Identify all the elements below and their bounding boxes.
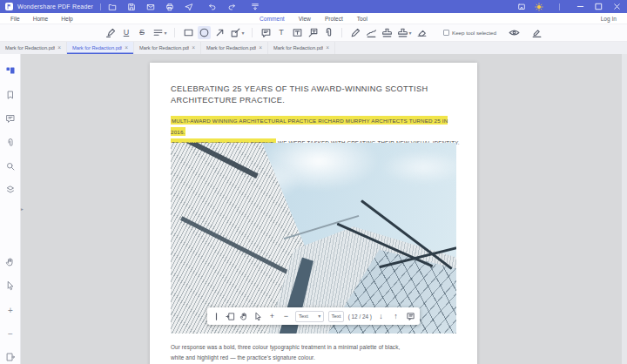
attachment-icon — [323, 27, 334, 38]
tab-close-icon[interactable]: × — [326, 45, 329, 51]
tool-eraser-button[interactable] — [415, 26, 428, 39]
sidebar-item-search[interactable] — [5, 161, 16, 172]
document-tab-1[interactable]: Mark for Redaction.pdf× — [0, 42, 67, 54]
tool-sticky-note-button[interactable] — [260, 26, 273, 39]
tab-label: Mark for Redaction.pdf — [206, 45, 256, 51]
divider — [559, 3, 560, 10]
document-tab-2[interactable]: Mark for Redaction.pdf× — [67, 42, 134, 54]
login-button[interactable]: Log In — [601, 16, 617, 22]
tool-ellipse-button[interactable] — [198, 26, 211, 39]
ribbon-tab-view[interactable]: View — [299, 16, 311, 22]
tool-pencil-button[interactable] — [349, 26, 362, 39]
print-icon[interactable] — [165, 3, 174, 11]
zoom-out-icon[interactable]: − — [281, 312, 291, 321]
ribbon-tab-comment[interactable]: Comment — [260, 16, 285, 22]
open-file-icon[interactable] — [108, 3, 117, 11]
tool-signature-button[interactable] — [365, 26, 378, 39]
minimize-button[interactable] — [576, 2, 585, 11]
tool-text-callout-button[interactable] — [307, 26, 320, 39]
edit-annotation-icon — [531, 27, 543, 38]
undo-icon[interactable] — [208, 3, 217, 11]
sidebar-item-stamps[interactable] — [5, 185, 16, 195]
highlighted-text: MULTI-AWARD WINNING ARCHITECTURAL PRACTI… — [171, 116, 448, 136]
tool-shapes-button[interactable]: ▾ — [229, 26, 246, 39]
heading-line-2: ARCHITECTURE PRACTICE. — [171, 95, 428, 106]
maximize-button[interactable] — [594, 2, 603, 11]
page-down-icon[interactable]: ↓ — [376, 312, 386, 321]
tool-arrow-button[interactable] — [213, 26, 226, 39]
document-tab-4[interactable]: Mark for Redaction.pdf× — [201, 42, 268, 54]
tool-underline-button[interactable]: U — [120, 26, 133, 39]
tab-label: Mark for Redaction.pdf — [5, 45, 55, 51]
tool-typewriter-button[interactable]: T — [275, 26, 288, 39]
tool-text-box-button[interactable] — [291, 26, 304, 39]
tool-highlighter-button[interactable] — [104, 26, 118, 39]
ribbon-tab-tool[interactable]: Tool — [357, 16, 367, 22]
sidebar-item-page-options[interactable] — [5, 352, 16, 362]
spacer — [200, 3, 201, 10]
sidebar-item-zoom-out[interactable]: − — [5, 328, 16, 339]
sidebar-item-bookmarks[interactable] — [5, 90, 16, 100]
document-tab-5[interactable]: Mark for Redaction.pdf× — [268, 42, 335, 54]
document-caption: Our response was a bold, three colour ty… — [171, 342, 400, 363]
shapes-icon — [230, 27, 241, 38]
select-icon[interactable] — [253, 312, 263, 321]
view-mode-select[interactable]: Text ▾ — [295, 311, 324, 322]
drag-handle-icon[interactable] — [212, 312, 221, 321]
sidebar-item-select[interactable] — [5, 280, 16, 291]
heading-line-1: CELEBRATING 25 YEARS OF THIS AWARD-WINNI… — [171, 84, 428, 95]
menu-item-file[interactable]: File — [10, 16, 20, 22]
panel-expand-handle[interactable]: ▸ — [21, 207, 24, 212]
sidebar-item-attachments[interactable] — [5, 138, 16, 148]
screenshot-icon[interactable] — [517, 3, 526, 11]
tool-stamp-button[interactable]: ▾ — [396, 26, 413, 39]
redo-icon[interactable] — [227, 3, 236, 11]
save-icon[interactable] — [127, 3, 136, 11]
caption-line-1: Our response was a bold, three colour ty… — [171, 342, 400, 353]
comment-list-icon[interactable] — [406, 312, 415, 321]
close-button[interactable] — [612, 2, 622, 11]
arrow-icon — [214, 27, 226, 38]
tool-strikethrough-button[interactable]: S — [136, 26, 149, 39]
sidebar-item-comments[interactable] — [5, 113, 16, 124]
tool-line-style-button[interactable]: ▾ — [152, 26, 168, 39]
menu-item-home[interactable]: Home — [33, 16, 49, 22]
page-number-input[interactable]: Text — [328, 311, 343, 322]
page-up-icon[interactable]: ↑ — [391, 312, 401, 321]
edit-annotation-button[interactable] — [530, 26, 543, 39]
theme-sun-icon[interactable] — [535, 3, 543, 11]
hand-icon[interactable] — [239, 312, 249, 321]
stamp-icon — [397, 27, 408, 38]
vertical-scrollbar[interactable] — [622, 54, 627, 364]
tab-close-icon[interactable]: × — [192, 45, 195, 51]
typewriter-icon: T — [276, 27, 287, 38]
document-heading: CELEBRATING 25 YEARS OF THIS AWARD-WINNI… — [171, 84, 428, 106]
document-tab-3[interactable]: Mark for Redaction.pdf× — [134, 42, 201, 54]
tool-attachment-button[interactable] — [322, 26, 335, 39]
sidebar-item-zoom-in[interactable]: + — [5, 305, 16, 315]
keep-tool-checkbox[interactable] — [443, 30, 449, 36]
divider — [341, 28, 342, 37]
pdf-page: CELEBRATING 25 YEARS OF THIS AWARD-WINNI… — [150, 63, 477, 364]
tab-close-icon[interactable]: × — [57, 45, 61, 51]
collapse-toolbar-icon[interactable] — [251, 3, 260, 11]
zoom-in-icon[interactable]: + — [267, 312, 277, 321]
menu-item-help[interactable]: Help — [61, 16, 73, 22]
sidebar-item-thumbnails[interactable] — [5, 65, 16, 76]
ribbon-tab-protect[interactable]: Protect — [325, 16, 343, 22]
tab-close-icon[interactable]: × — [259, 45, 262, 51]
tool-rectangle-button[interactable] — [182, 26, 195, 39]
sidebar-toggle-icon[interactable] — [226, 312, 235, 321]
tab-close-icon[interactable]: × — [125, 45, 128, 51]
tool-stamp-button[interactable] — [381, 26, 394, 39]
visibility-button[interactable] — [508, 26, 521, 39]
share-icon[interactable] — [185, 3, 193, 11]
email-icon[interactable] — [146, 3, 155, 11]
menu-left-group: FileHomeHelp — [10, 16, 73, 22]
title-bar: Wondershare PDF Reader — [0, 0, 627, 13]
document-tab-bar: Mark for Redaction.pdf×Mark for Redactio… — [0, 42, 627, 54]
strikethrough-icon: S — [137, 27, 148, 38]
menu-bar: FileHomeHelp CommentViewProtectTool Log … — [0, 13, 627, 24]
ellipse-icon — [199, 27, 210, 38]
sidebar-item-hand[interactable] — [5, 257, 16, 267]
